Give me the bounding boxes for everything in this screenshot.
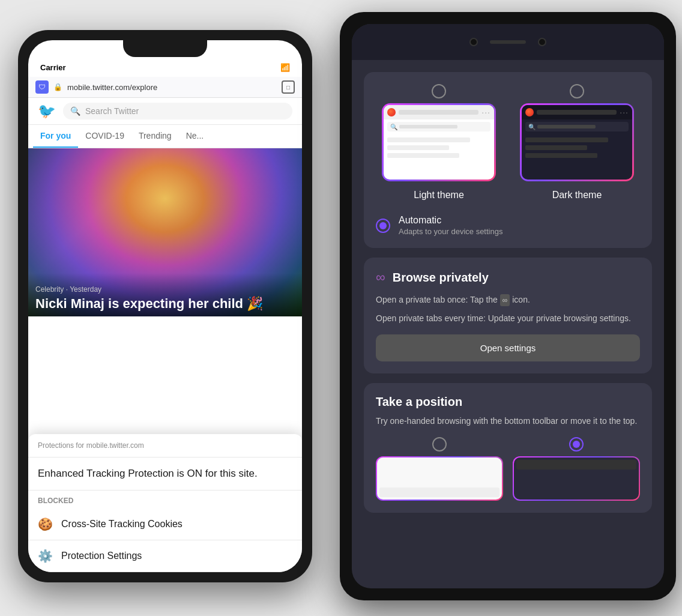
right-phone-screen: ··· 🔍 — [352, 24, 664, 588]
twitter-tabs: For you COVID-19 Trending Ne... — [28, 125, 302, 148]
browse-privately-title: ∞ Browse privately — [376, 270, 640, 285]
shield-icon: 🛡 — [35, 80, 49, 94]
browse-privately-body: Open a private tab once: Tap the ∞ icon.… — [376, 294, 640, 361]
cookies-item[interactable]: 🍪 Cross-Site Tracking Cookies — [28, 509, 302, 540]
lock-icon: 🔒 — [53, 83, 62, 91]
protection-settings-item[interactable]: ⚙️ Protection Settings — [28, 540, 302, 572]
status-icons: 📶 — [280, 63, 290, 72]
browse-privately-card: ∞ Browse privately Open a private tab on… — [364, 258, 652, 373]
open-settings-button[interactable]: Open settings — [376, 334, 640, 361]
light-theme-radio[interactable] — [432, 84, 446, 98]
search-icon: 🔍 — [70, 106, 80, 116]
position-preview-bottom[interactable] — [376, 437, 503, 501]
popup-main-text: Enhanced Tracking Protection is ON for t… — [38, 467, 292, 480]
hero-category: Celebrity · Yesterday — [35, 285, 295, 294]
speaker — [490, 40, 526, 44]
cookie-icon: 🍪 — [38, 517, 53, 531]
take-position-body: Try one-handed browsing with the bottom … — [376, 415, 640, 427]
take-position-text: Try one-handed browsing with the bottom … — [376, 415, 640, 427]
dark-theme-option[interactable]: ··· 🔍 — [514, 84, 640, 201]
theme-options: ··· 🔍 — [376, 84, 640, 201]
tab-trending[interactable]: Trending — [131, 125, 179, 148]
tab-more[interactable]: Ne... — [179, 125, 211, 148]
private-tabs-everytime-text: Open private tabs every time: Update you… — [376, 312, 640, 325]
phone-top-bar — [352, 24, 664, 60]
cookies-label: Cross-Site Tracking Cookies — [61, 519, 183, 530]
carrier-label: Carrier — [40, 63, 66, 72]
popup-header: Protections for mobile.twitter.com — [28, 434, 302, 457]
private-icon: ∞ — [500, 294, 510, 306]
automatic-label: Automatic — [399, 215, 502, 226]
tab-for-you[interactable]: For you — [33, 125, 78, 148]
position-previews — [376, 437, 640, 501]
hero-overlay: Celebrity · Yesterday Nicki Minaj is exp… — [28, 273, 302, 316]
left-phone-notch — [123, 40, 207, 57]
automatic-subtitle: Adapts to your device settings — [399, 227, 502, 236]
take-position-title: Take a position — [376, 395, 640, 409]
mask-icon: ∞ — [376, 270, 385, 285]
private-tab-once-text: Open a private tab once: Tap the ∞ icon. — [376, 294, 640, 306]
camera-left — [469, 38, 478, 46]
position-radio-top[interactable] — [569, 437, 584, 451]
theme-selector-card: ··· 🔍 — [364, 72, 652, 248]
take-position-card: Take a position Try one-handed browsing … — [364, 383, 652, 513]
search-placeholder: Search Twitter — [85, 106, 139, 116]
popup-main: Enhanced Tracking Protection is ON for t… — [28, 457, 302, 491]
dark-theme-label: Dark theme — [552, 190, 602, 201]
take-position-heading: Take a position — [376, 395, 640, 409]
protection-settings-label: Protection Settings — [61, 551, 142, 561]
tabs-button[interactable]: □ — [282, 80, 295, 94]
right-phone: ··· 🔍 — [340, 12, 676, 600]
automatic-text: Automatic Adapts to your device settings — [399, 215, 502, 236]
light-theme-label: Light theme — [414, 190, 464, 201]
twitter-header: 🐦 🔍 Search Twitter — [28, 98, 302, 125]
twitter-logo: 🐦 — [38, 103, 56, 119]
hero-image: Celebrity · Yesterday Nicki Minaj is exp… — [28, 148, 302, 316]
left-phone-screen: Carrier 📶 🛡 🔒 mobile.twitter.com/explore… — [28, 40, 302, 572]
automatic-option[interactable]: Automatic Adapts to your device settings — [376, 213, 640, 236]
left-phone: Carrier 📶 🛡 🔒 mobile.twitter.com/explore… — [18, 30, 312, 582]
popup: Protections for mobile.twitter.com Enhan… — [28, 434, 302, 572]
tab-covid[interactable]: COVID-19 — [78, 125, 131, 148]
hero-title: Nicki Minaj is expecting her child 🎉 — [35, 296, 295, 312]
browse-privately-heading: Browse privately — [393, 271, 489, 285]
dark-theme-radio[interactable] — [570, 84, 584, 98]
light-theme-option[interactable]: ··· 🔍 — [376, 84, 502, 201]
wifi-icon: 📶 — [280, 63, 290, 72]
url-display[interactable]: mobile.twitter.com/explore — [67, 83, 277, 92]
twitter-search-bar[interactable]: 🔍 Search Twitter — [63, 103, 292, 119]
right-content: ··· 🔍 — [352, 60, 664, 588]
position-radio-bottom[interactable] — [432, 437, 447, 451]
radio-dot — [379, 222, 387, 229]
gear-icon: ⚙️ — [38, 549, 53, 563]
blocked-label: Blocked — [28, 491, 302, 509]
position-preview-top[interactable] — [513, 437, 640, 501]
browser-bar[interactable]: 🛡 🔒 mobile.twitter.com/explore □ — [28, 77, 302, 98]
automatic-radio[interactable] — [376, 219, 390, 233]
camera-right — [538, 38, 546, 46]
